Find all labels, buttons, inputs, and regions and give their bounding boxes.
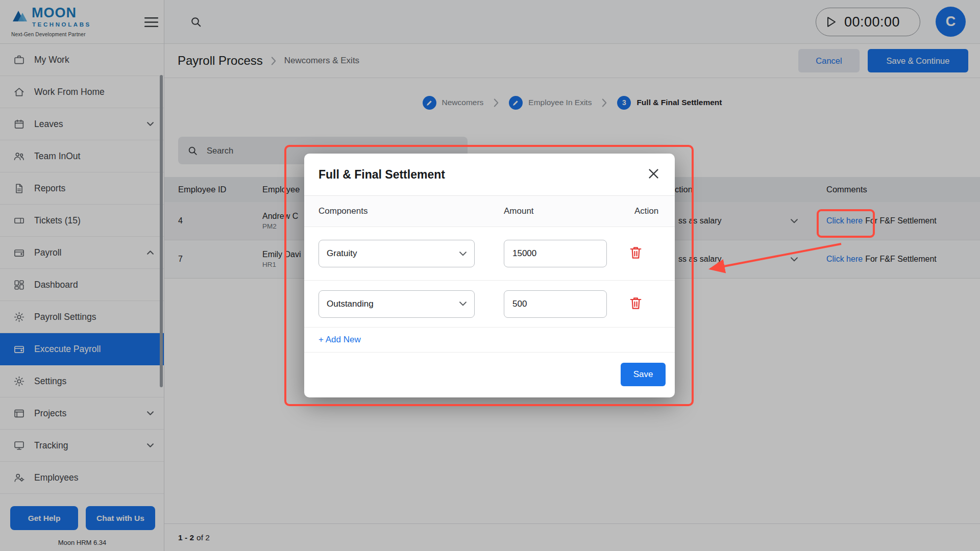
modal-title: Full & Final Settlement — [318, 168, 445, 182]
select-value: Outstanding — [327, 299, 374, 309]
delete-row-button[interactable] — [628, 245, 643, 262]
amount-input[interactable] — [504, 240, 607, 267]
trash-icon — [629, 296, 642, 310]
add-new-row: + Add New — [304, 328, 675, 353]
component-select[interactable]: Gratuity — [318, 240, 475, 267]
select-value: Gratuity — [327, 248, 357, 259]
trash-icon — [629, 246, 642, 260]
close-icon[interactable] — [647, 167, 660, 183]
column-components: Components — [318, 206, 368, 216]
full-final-settlement-modal: Full & Final Settlement Components Amoun… — [304, 154, 675, 397]
chevron-down-icon — [459, 252, 467, 256]
modal-footer: Save — [304, 353, 675, 397]
settlement-row: Outstanding — [304, 281, 675, 328]
app-root: MOON TECHNOLABS Next-Gen Development Par… — [0, 0, 980, 551]
save-button[interactable]: Save — [621, 363, 666, 386]
amount-input[interactable] — [504, 290, 607, 318]
delete-row-button[interactable] — [628, 295, 643, 313]
modal-header: Full & Final Settlement — [304, 154, 675, 196]
column-amount: Amount — [504, 206, 534, 216]
component-select[interactable]: Outstanding — [318, 290, 475, 318]
add-new-link[interactable]: + Add New — [318, 335, 361, 345]
column-action: Action — [634, 206, 658, 216]
settlement-row: Gratuity — [304, 227, 675, 281]
modal-column-headers: Components Amount Action — [304, 196, 675, 227]
chevron-down-icon — [459, 302, 467, 306]
